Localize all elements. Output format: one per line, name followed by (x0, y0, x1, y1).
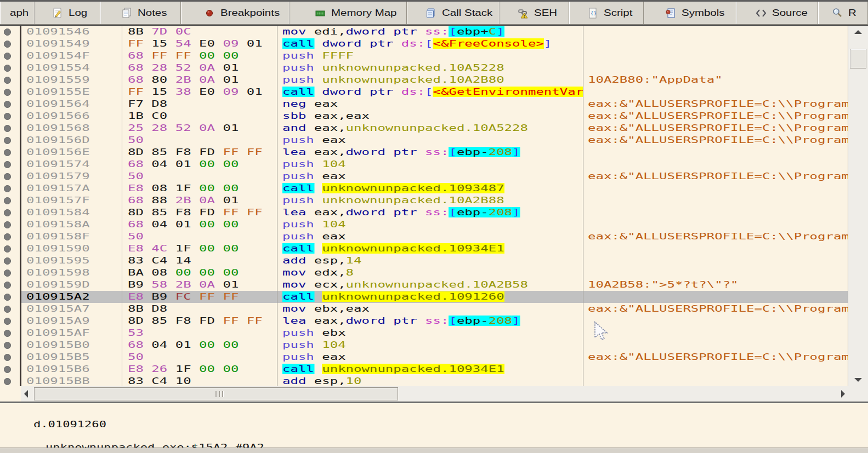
vertical-scrollbar[interactable] (848, 26, 868, 386)
bytes-cell[interactable]: 8B 7D 0C (128, 26, 276, 38)
breakpoint-dot[interactable] (4, 342, 11, 349)
address-cell[interactable]: 010915BB (26, 375, 122, 386)
breakpoint-dot[interactable] (4, 282, 11, 289)
breakpoint-dot[interactable] (4, 306, 11, 313)
instruction-cell[interactable]: push eax (282, 170, 583, 182)
instruction-cell[interactable]: push ebx (282, 327, 583, 339)
tab-memory-map[interactable]: Memory Map (290, 2, 407, 24)
address-cell[interactable]: 01091595 (26, 255, 122, 267)
scroll-left-arrow[interactable] (24, 390, 28, 398)
bytes-cell[interactable]: E8 B9 FC FF FF (128, 291, 276, 303)
tab-notes[interactable]: Notes (100, 2, 181, 24)
instruction-cell[interactable]: push 104 (282, 158, 583, 170)
instruction-cell[interactable]: push FFFF (282, 50, 583, 62)
bytes-cell[interactable]: E8 4C 1F 00 00 (128, 243, 276, 255)
tab-breakpoints[interactable]: Breakpoints (181, 2, 290, 24)
instruction-cell[interactable]: add esp,10 (282, 375, 583, 386)
address-cell[interactable]: 010915B0 (26, 339, 122, 351)
address-cell[interactable]: 01091546 (26, 26, 122, 38)
instruction-cell[interactable]: call dword ptr ds:[<&FreeConsole>] (282, 38, 583, 50)
bytes-cell[interactable]: 68 04 01 00 00 (128, 339, 276, 351)
tab-graph[interactable]: aph (0, 2, 35, 24)
scroll-right-arrow[interactable] (841, 390, 845, 398)
bytes-cell[interactable]: 68 88 2B 0A 01 (128, 194, 276, 207)
breakpoint-dot[interactable] (4, 77, 11, 84)
address-cell[interactable]: 0109157A (26, 182, 122, 194)
comment-cell[interactable]: eax:&"ALLUSERSPROFILE=C:\\ProgramD (588, 231, 848, 243)
breakpoint-dot[interactable] (4, 318, 11, 325)
comment-cell[interactable]: eax:&"ALLUSERSPROFILE=C:\\ProgramD (588, 351, 848, 363)
address-cell[interactable]: 0109158A (26, 219, 122, 231)
instruction-cell[interactable]: push unknownunpacked.10A2B88 (282, 194, 583, 207)
comment-cell[interactable]: 10A2B58:">5*?t?\"?" (588, 279, 848, 291)
bytes-cell[interactable]: 68 28 52 0A 01 (128, 62, 276, 74)
breakpoint-dot[interactable] (4, 197, 11, 204)
tab-references[interactable]: R (818, 2, 868, 24)
instruction-cell[interactable]: push unknownunpacked.10A2B80 (282, 74, 583, 86)
breakpoint-dot[interactable] (4, 354, 11, 361)
bytes-cell[interactable]: E8 08 1F 00 00 (128, 182, 276, 194)
instruction-cell[interactable]: mov ecx,unknownunpacked.10A2B58 (282, 279, 583, 291)
breakpoint-dot[interactable] (4, 294, 11, 301)
scrollbar-thumb-horizontal[interactable] (34, 387, 398, 400)
disassembly-view[interactable]: 010915468B 7D 0Cmov edi,dword ptr ss:[eb… (0, 25, 868, 386)
scrollbar-thumb-vertical[interactable] (850, 49, 866, 68)
bytes-cell[interactable]: 50 (128, 134, 276, 146)
instruction-cell[interactable]: push unknownunpacked.10A5228 (282, 62, 583, 74)
bytes-cell[interactable]: 83 C4 10 (128, 375, 276, 386)
instruction-cell[interactable]: mov edx,8 (282, 267, 583, 279)
tab-script[interactable]: {}Script (569, 2, 644, 24)
comment-cell[interactable]: eax:&"ALLUSERSPROFILE=C:\\ProgramD (588, 98, 848, 110)
breakpoint-dot[interactable] (4, 161, 11, 168)
bytes-cell[interactable]: BA 08 00 00 00 (128, 267, 276, 279)
instruction-cell[interactable]: neg eax (282, 98, 583, 110)
address-cell[interactable]: 010915AF (26, 327, 122, 339)
bytes-cell[interactable]: 50 (128, 231, 276, 243)
comment-cell[interactable]: eax:&"ALLUSERSPROFILE=C:\\ProgramD (588, 170, 848, 182)
instruction-cell[interactable]: push eax (282, 134, 583, 146)
breakpoint-dot[interactable] (4, 185, 11, 192)
address-cell[interactable]: 01091554 (26, 62, 122, 74)
comment-cell[interactable]: 10A2B80:"AppData" (588, 74, 848, 86)
breakpoint-dot[interactable] (4, 378, 11, 385)
address-cell[interactable]: 010915A2 (26, 291, 122, 303)
breakpoint-dot[interactable] (4, 125, 11, 132)
bytes-cell[interactable]: 68 FF FF 00 00 (128, 50, 276, 62)
bytes-cell[interactable]: 8D 85 F8 FD FF FF (128, 315, 276, 327)
address-cell[interactable]: 0109157F (26, 194, 122, 207)
address-cell[interactable]: 01091559 (26, 74, 122, 86)
comment-cell[interactable]: eax:&"ALLUSERSPROFILE=C:\\ProgramD (588, 110, 848, 122)
instruction-cell[interactable]: push 104 (282, 339, 583, 351)
bytes-cell[interactable]: F7 D8 (128, 98, 276, 110)
instruction-cell[interactable]: mov edi,dword ptr ss:[ebp+C] (282, 26, 583, 38)
bytes-cell[interactable]: 25 28 52 0A 01 (128, 122, 276, 134)
address-cell[interactable]: 01091549 (26, 38, 122, 50)
breakpoint-dot[interactable] (4, 269, 11, 277)
instruction-cell[interactable]: lea eax,dword ptr ss:[ebp-208] (282, 207, 583, 219)
address-cell[interactable]: 010915B6 (26, 363, 122, 375)
bytes-cell[interactable]: 8D 85 F8 FD FF FF (128, 146, 276, 158)
instruction-cell[interactable]: call unknownunpacked.1091260 (282, 291, 583, 303)
address-cell[interactable]: 010915A9 (26, 315, 122, 327)
breakpoint-dot[interactable] (4, 257, 11, 265)
breakpoint-dot[interactable] (4, 41, 11, 48)
address-cell[interactable]: 01091566 (26, 110, 122, 122)
breakpoint-dot[interactable] (4, 113, 11, 120)
bytes-cell[interactable]: 53 (128, 327, 276, 339)
scroll-down-arrow[interactable] (854, 378, 862, 382)
breakpoint-dot[interactable] (4, 101, 11, 108)
breakpoint-dot[interactable] (4, 149, 11, 156)
bytes-cell[interactable]: 50 (128, 170, 276, 182)
address-cell[interactable]: 01091579 (26, 170, 122, 182)
address-cell[interactable]: 0109155E (26, 86, 122, 98)
instruction-cell[interactable]: lea eax,dword ptr ss:[ebp-208] (282, 146, 583, 158)
breakpoint-dot[interactable] (4, 28, 11, 36)
breakpoint-dot[interactable] (4, 137, 11, 144)
bytes-cell[interactable]: 68 80 2B 0A 01 (128, 74, 276, 86)
instruction-cell[interactable]: mov ebx,eax (282, 303, 583, 315)
address-cell[interactable]: 0109156E (26, 146, 122, 158)
address-cell[interactable]: 01091568 (26, 122, 122, 134)
instruction-cell[interactable]: and eax,unknownunpacked.10A5228 (282, 122, 583, 134)
breakpoint-dot[interactable] (4, 209, 11, 216)
comment-cell[interactable]: eax:&"ALLUSERSPROFILE=C:\\ProgramD (588, 122, 848, 134)
